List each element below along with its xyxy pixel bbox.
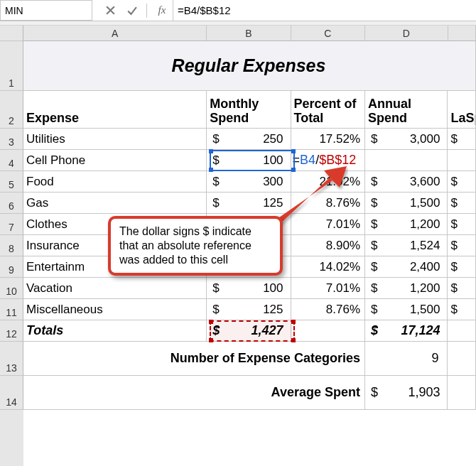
cell[interactable]: 7.01%	[291, 278, 366, 298]
cell[interactable]: $	[448, 171, 476, 192]
row-header[interactable]: 12	[0, 320, 23, 342]
row-header[interactable]: 1	[0, 41, 23, 91]
header-annual[interactable]: Annual Spend	[365, 91, 448, 128]
average-label[interactable]: Average Spent	[23, 376, 365, 409]
cell[interactable]: 21.02%	[291, 171, 366, 192]
row-header[interactable]: 13	[0, 342, 23, 376]
page-title[interactable]: Regular Expenses	[23, 41, 476, 90]
header-lastyear[interactable]: LaSp	[448, 91, 476, 128]
col-header[interactable]: C	[291, 26, 366, 41]
col-header[interactable]: D	[365, 26, 448, 41]
cell[interactable]: Vacation	[23, 278, 207, 298]
cell[interactable]: $	[448, 235, 476, 256]
row-header[interactable]: 7	[0, 214, 23, 235]
cell[interactable]: Food	[23, 171, 207, 192]
cell[interactable]: $250	[207, 129, 291, 149]
cell[interactable]: $3,000	[365, 129, 448, 149]
cell[interactable]	[291, 320, 366, 341]
totals-label[interactable]: Totals	[23, 320, 207, 341]
row-header[interactable]: 9	[0, 256, 23, 278]
cell[interactable]: 14.02%	[291, 256, 366, 277]
cell[interactable]: $1,500	[365, 193, 448, 213]
cell[interactable]: 8.76%	[291, 193, 366, 213]
cell[interactable]: Miscellaneous	[23, 299, 207, 320]
cell[interactable]: $	[448, 299, 476, 320]
cell[interactable]: $300	[207, 171, 291, 192]
cell[interactable]: $1,500	[365, 299, 448, 320]
enter-icon[interactable]	[122, 1, 141, 20]
cell[interactable]: $	[448, 214, 476, 234]
row-header[interactable]: 6	[0, 193, 23, 214]
header-monthly[interactable]: Monthly Spend	[207, 91, 291, 128]
separator	[146, 4, 147, 18]
cell[interactable]	[365, 150, 448, 170]
cell[interactable]	[448, 320, 476, 341]
row-header[interactable]: 5	[0, 171, 23, 193]
formula-input[interactable]: =B4/$B$12	[173, 0, 476, 21]
cell[interactable]: $	[448, 278, 476, 298]
cell-b4[interactable]: $100	[207, 150, 291, 170]
row-header[interactable]: 10	[0, 278, 23, 299]
cell[interactable]: $125	[207, 299, 291, 320]
categories-label[interactable]: Number of Expense Categories	[23, 342, 365, 375]
cell[interactable]: $2,400	[365, 256, 448, 277]
cancel-icon[interactable]	[101, 1, 119, 20]
name-box[interactable]	[0, 0, 92, 21]
cell[interactable]: $1,200	[365, 278, 448, 298]
row-header[interactable]: 2	[0, 91, 23, 129]
callout-absolute-ref: The dollar signs $ indicate that an abso…	[108, 216, 283, 276]
col-header[interactable]	[448, 26, 476, 41]
cell[interactable]	[448, 342, 476, 375]
col-header[interactable]: B	[207, 26, 291, 41]
cell-c4-editing[interactable]: =B4/$B$12	[291, 150, 365, 170]
cell[interactable]: $	[448, 193, 476, 213]
fx-icon[interactable]: fx	[153, 1, 171, 20]
cell[interactable]: $3,600	[365, 171, 448, 192]
row-header[interactable]: 8	[0, 235, 23, 256]
fx-controls: fx	[101, 0, 171, 21]
cell[interactable]: $1,200	[365, 214, 448, 234]
cell[interactable]: $100	[207, 278, 291, 298]
cell[interactable]: 17.52%	[291, 129, 366, 149]
select-all-corner[interactable]	[0, 26, 23, 41]
formula-bar: fx =B4/$B$12	[0, 0, 476, 21]
row-header[interactable]: 3	[0, 129, 23, 150]
row-header[interactable]: 4	[0, 150, 23, 171]
cell[interactable]	[448, 150, 476, 170]
header-expense[interactable]: Expense	[23, 91, 207, 128]
cell[interactable]: $17,124	[365, 320, 448, 341]
cell[interactable]: $	[448, 256, 476, 277]
cell[interactable]: 7.01%	[291, 214, 366, 234]
cell-b12[interactable]: $1,427	[207, 320, 291, 341]
average-value[interactable]: $1,903	[365, 376, 448, 409]
cell[interactable]: Gas	[23, 193, 207, 213]
cell[interactable]: Utilities	[23, 129, 207, 149]
col-header[interactable]: A	[23, 26, 207, 41]
cell[interactable]: $1,524	[365, 235, 448, 256]
cell[interactable]	[448, 376, 476, 409]
spreadsheet-grid: 1 2 3 4 5 6 7 8 9 10 11 12 13 14 A B C D…	[0, 26, 476, 466]
cell[interactable]: $	[448, 129, 476, 149]
cell[interactable]: 8.76%	[291, 299, 366, 320]
header-percent[interactable]: Percent of Total	[291, 91, 366, 128]
row-header[interactable]: 14	[0, 376, 23, 410]
cell[interactable]: Cell Phone	[23, 150, 207, 170]
row-header[interactable]: 11	[0, 299, 23, 320]
cell[interactable]: $125	[207, 193, 291, 213]
cell[interactable]: 8.90%	[291, 235, 366, 256]
categories-value[interactable]: 9	[365, 342, 448, 375]
